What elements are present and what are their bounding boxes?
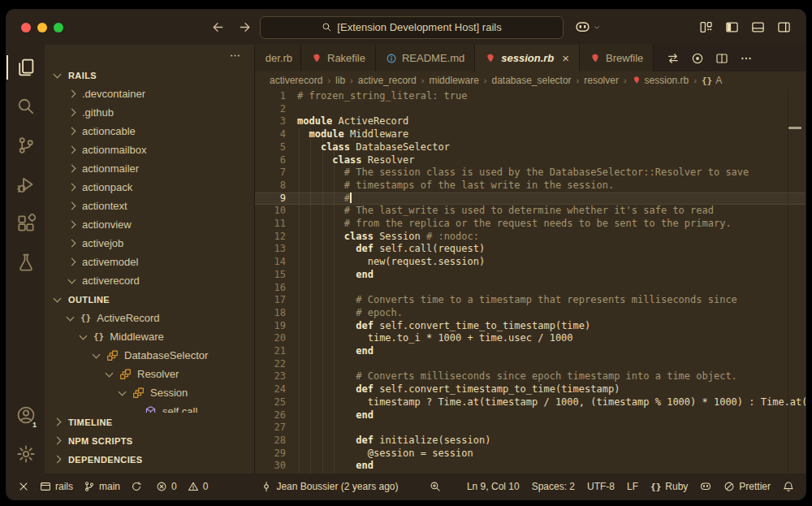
code-line-12[interactable]: 12 class Session # :nodoc: <box>255 231 806 244</box>
breadcrumb-item-activerecord[interactable]: activerecord <box>270 75 322 86</box>
activity-item-search[interactable] <box>6 87 45 126</box>
status-git-branch-main[interactable]: main <box>84 481 120 492</box>
tab-README-md[interactable]: README.md <box>376 45 475 71</box>
status-git-sync[interactable] <box>131 481 142 492</box>
code-line-6[interactable]: 6 class Resolver <box>255 154 806 167</box>
status-cursor-position[interactable]: Ln 9, Col 10 <box>467 481 520 492</box>
status-errors-count[interactable]: 0 <box>156 481 177 492</box>
forward-icon[interactable] <box>238 20 252 34</box>
code-line-22[interactable]: 22 <box>255 358 806 371</box>
status-copilot-status[interactable] <box>700 481 711 492</box>
status-prettier-status[interactable]: Prettier <box>723 481 771 492</box>
status-indentation[interactable]: Spaces: 2 <box>532 481 575 492</box>
breadcrumb-item-session-rb[interactable]: session.rb <box>632 75 689 86</box>
code-line-21[interactable]: 21 end <box>255 345 806 358</box>
close-window-button[interactable] <box>21 23 31 32</box>
outline-item-Resolver[interactable]: Resolver <box>45 365 254 383</box>
section-header-dependencies[interactable]: DEPENDENCIES <box>45 450 254 469</box>
scrollbar-marker[interactable] <box>788 127 801 129</box>
code-line-4[interactable]: 4 module Middleware <box>255 128 806 141</box>
code-line-28[interactable]: 28 def initialize(session) <box>255 435 806 448</box>
outline-item-ActiveRecord[interactable]: {}ActiveRecord <box>45 309 254 327</box>
breadcrumb-item-lib[interactable]: lib <box>335 75 345 86</box>
code-line-18[interactable]: 18 # epoch. <box>255 307 806 320</box>
run-file-icon[interactable] <box>691 52 704 65</box>
activity-item-run-and-debug[interactable] <box>6 165 45 204</box>
tree-item-activerecord[interactable]: activerecord <box>45 271 254 290</box>
open-changes-icon[interactable] <box>667 52 680 65</box>
status-editor-zoom[interactable] <box>430 481 441 492</box>
status-remote-indicator[interactable] <box>18 481 29 492</box>
code-line-26[interactable]: 26 end <box>255 409 806 422</box>
tree-item-actiontext[interactable]: actiontext <box>45 197 254 215</box>
tree-item-actionpack[interactable]: actionpack <box>45 178 254 197</box>
code-line-3[interactable]: 3module ActiveRecord <box>255 115 806 128</box>
activity-item-extensions[interactable] <box>6 204 45 243</box>
code-line-9[interactable]: 9 # <box>255 192 806 205</box>
more-editor-actions-icon[interactable] <box>740 52 753 65</box>
tree-item-activemodel[interactable]: activemodel <box>45 253 254 271</box>
status-warnings-count[interactable]: 0 <box>188 481 209 492</box>
section-header-outline[interactable]: OUTLINE <box>45 290 254 309</box>
breadcrumb-item-A[interactable]: {}A <box>702 75 722 86</box>
outline-item-Middleware[interactable]: {}Middleware <box>45 327 254 346</box>
zoom-window-button[interactable] <box>54 23 63 32</box>
tab-Rakefile[interactable]: Rakefile <box>301 45 376 71</box>
tab-Brewfile[interactable]: Brewfile <box>580 45 654 71</box>
toggle-secondary-sidebar-icon[interactable] <box>777 20 791 34</box>
more-actions-icon[interactable] <box>229 50 241 62</box>
code-line-10[interactable]: 10 # The last_write is used to determine… <box>255 205 806 218</box>
toggle-panel-icon[interactable] <box>751 20 765 34</box>
section-header-timeline[interactable]: TIMELINE <box>45 413 254 431</box>
tree-item-actionview[interactable]: actionview <box>45 215 254 234</box>
outline-item-self-call[interactable]: self.call <box>45 402 254 413</box>
code-line-19[interactable]: 19 def self.convert_time_to_timestamp(ti… <box>255 320 806 333</box>
code-line-1[interactable]: 1# frozen_string_literal: true <box>255 90 806 103</box>
tree-item-actionmailer[interactable]: actionmailer <box>45 159 254 178</box>
code-line-8[interactable]: 8 # timestamps of the last write in the … <box>255 179 806 192</box>
tab-der-rb[interactable]: der.rb <box>255 45 301 71</box>
tree-item-github[interactable]: .github <box>45 103 254 122</box>
status-language-mode[interactable]: {}Ruby <box>650 481 688 492</box>
activity-item-testing[interactable] <box>6 243 45 282</box>
activity-item-accounts[interactable]: 1 <box>6 396 45 435</box>
code-line-17[interactable]: 17 # Converts time to a timestamp that r… <box>255 294 806 307</box>
section-header-rails[interactable]: RAILS <box>45 66 254 84</box>
code-line-30[interactable]: 30 end <box>255 460 806 473</box>
status-encoding[interactable]: UTF-8 <box>587 481 615 492</box>
split-editor-icon[interactable] <box>715 52 728 65</box>
code-line-14[interactable]: 14 new(request.session) <box>255 256 806 269</box>
outline-item-DatabaseSelector[interactable]: DatabaseSelector <box>45 346 254 365</box>
tree-item-actioncable[interactable]: actioncable <box>45 122 254 141</box>
code-line-16[interactable]: 16 <box>255 282 806 295</box>
code-line-27[interactable]: 27 <box>255 422 806 435</box>
customize-layout-icon[interactable] <box>699 20 713 34</box>
code-line-20[interactable]: 20 time.to_i * 1000 + time.usec / 1000 <box>255 332 806 345</box>
tree-item-devcontainer[interactable]: .devcontainer <box>45 84 254 103</box>
code-editor[interactable]: 1# frozen_string_literal: true23module A… <box>255 89 806 474</box>
activity-item-explorer[interactable] <box>6 48 45 87</box>
status-notifications[interactable] <box>783 481 794 492</box>
command-center-search[interactable]: [Extension Development Host] rails <box>260 16 564 39</box>
status-workspace-rails[interactable]: rails <box>40 481 73 492</box>
tab-session-rb[interactable]: session.rb× <box>475 45 580 71</box>
copilot-menu[interactable] <box>575 19 602 35</box>
tree-item-actionmailbox[interactable]: actionmailbox <box>45 141 254 159</box>
breadcrumb-item-middleware[interactable]: middleware <box>429 75 478 86</box>
code-line-29[interactable]: 29 @session = session <box>255 448 806 461</box>
code-line-13[interactable]: 13 def self.call(request) <box>255 243 806 256</box>
close-icon[interactable]: × <box>562 51 569 65</box>
code-line-25[interactable]: 25 timestamp ? Time.at(timestamp / 1000,… <box>255 396 806 409</box>
code-line-7[interactable]: 7 # The session class is used by the Dat… <box>255 167 806 179</box>
activity-item-manage[interactable] <box>6 435 45 474</box>
back-icon[interactable] <box>211 20 225 34</box>
code-line-23[interactable]: 23 # Converts milliseconds since epoch t… <box>255 370 806 383</box>
breadcrumb-item-active_record[interactable]: active_record <box>358 75 417 86</box>
tree-item-activejob[interactable]: activejob <box>45 234 254 253</box>
breadcrumb-item-resolver[interactable]: resolver <box>584 75 619 86</box>
code-line-24[interactable]: 24 def self.convert_timestamp_to_time(ti… <box>255 383 806 396</box>
breadcrumb-item-database_selector[interactable]: database_selector <box>491 75 571 86</box>
minimize-window-button[interactable] <box>37 23 47 32</box>
code-line-11[interactable]: 11 # from the replica or the request nee… <box>255 218 806 231</box>
activity-item-source-control[interactable] <box>6 126 45 165</box>
